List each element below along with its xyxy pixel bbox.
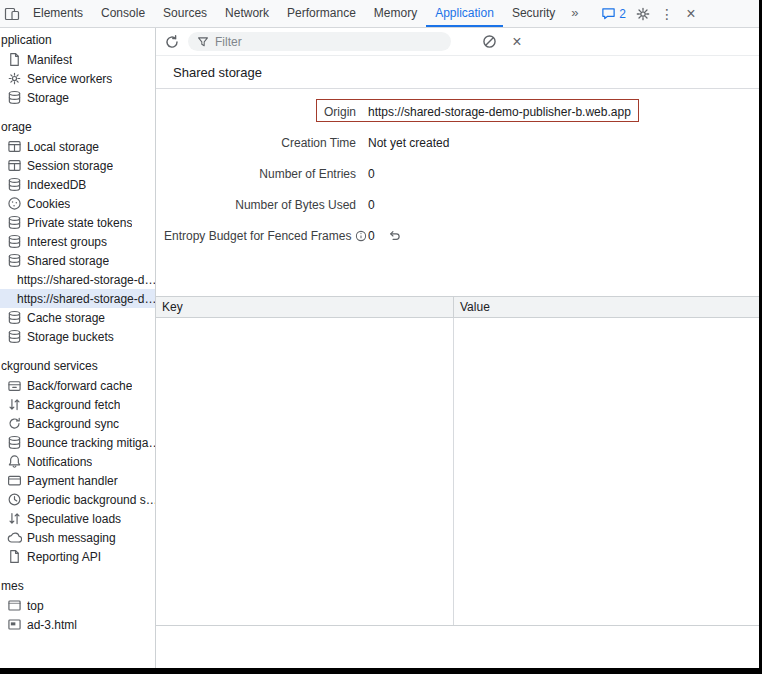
metadata-label-text: Number of Entries — [259, 167, 356, 181]
sidebar-item-label: Push messaging — [27, 531, 116, 545]
info-icon[interactable] — [355, 230, 367, 242]
sidebar-item-local-storage[interactable]: Local storage — [0, 137, 155, 156]
refresh-icon[interactable] — [160, 34, 184, 50]
tab-console[interactable]: Console — [92, 0, 154, 27]
sidebar-item-storage[interactable]: Storage — [0, 88, 155, 107]
sidebar-item-label: Reporting API — [27, 550, 101, 564]
metadata-label: Entropy Budget for Fenced Frames — [164, 229, 356, 243]
sidebar-item-private-state-tokens[interactable]: Private state tokens — [0, 213, 155, 232]
sidebar-item-background-sync[interactable]: Background sync — [0, 414, 155, 433]
sidebar-item-cookies[interactable]: Cookies — [0, 194, 155, 213]
settings-gear-icon[interactable] — [631, 0, 655, 27]
sidebar-item-bounce-tracking-mitiga[interactable]: Bounce tracking mitiga… — [0, 433, 155, 452]
database-icon — [7, 435, 22, 450]
sidebar-item-https-shared-storage-d[interactable]: https://shared-storage-d… — [0, 289, 155, 308]
filter-placeholder: Filter — [215, 35, 242, 49]
tab-performance[interactable]: Performance — [278, 0, 365, 27]
filter-funnel-icon — [197, 36, 209, 48]
database-icon — [7, 90, 22, 105]
more-tabs-button[interactable]: » — [564, 0, 585, 27]
sidebar-item-ad-3-html[interactable]: ad-3.html — [0, 615, 155, 634]
sidebar-item-reporting-api[interactable]: Reporting API — [0, 547, 155, 566]
sidebar-item-session-storage[interactable]: Session storage — [0, 156, 155, 175]
tab-network[interactable]: Network — [216, 0, 278, 27]
cache-icon — [7, 378, 22, 393]
worker-icon — [7, 71, 22, 86]
column-divider — [453, 318, 454, 625]
close-view-icon[interactable]: × — [505, 33, 529, 51]
devtools-tabbar: ElementsConsoleSourcesNetworkPerformance… — [0, 0, 759, 28]
table-header-key[interactable]: Key — [156, 297, 454, 317]
table-header-value[interactable]: Value — [454, 297, 759, 317]
metadata-label: Creation Time — [164, 136, 356, 150]
sidebar-item-payment-handler[interactable]: Payment handler — [0, 471, 155, 490]
sidebar-item-storage-buckets[interactable]: Storage buckets — [0, 327, 155, 346]
clock-icon — [7, 492, 22, 507]
tab-security[interactable]: Security — [503, 0, 564, 27]
sidebar-item-manifest[interactable]: Manifest — [0, 50, 155, 69]
sidebar-item-label: ad-3.html — [27, 618, 77, 632]
metadata-value: https://shared-storage-demo-publisher-b.… — [368, 105, 631, 119]
sidebar-section-1: orageLocal storageSession storageIndexed… — [0, 118, 155, 346]
card-icon — [7, 473, 22, 488]
filter-box[interactable]: Filter — [188, 32, 451, 51]
sidebar-item-label: Cache storage — [27, 311, 105, 325]
tabbar-spacer — [585, 0, 596, 27]
metadata-label-text: Creation Time — [281, 136, 356, 150]
metadata-value-text: 0 — [368, 198, 375, 212]
sidebar-item-service-workers[interactable]: Service workers — [0, 69, 155, 88]
sidebar-item-label: top — [27, 599, 44, 613]
sidebar-item-label: Cookies — [27, 197, 70, 211]
fetch-icon — [7, 397, 22, 412]
database-icon — [7, 215, 22, 230]
entries-table-body[interactable] — [156, 318, 759, 626]
cloud-icon — [7, 530, 22, 545]
sidebar-section-header: pplication — [0, 31, 155, 50]
metadata-row-number-of-entries: Number of Entries0 — [164, 163, 759, 184]
sidebar-item-indexeddb[interactable]: IndexedDB — [0, 175, 155, 194]
sidebar-item-label: Private state tokens — [27, 216, 132, 230]
devtools-window: ElementsConsoleSourcesNetworkPerformance… — [0, 0, 762, 674]
adframe-icon — [7, 617, 22, 632]
sidebar-item-cache-storage[interactable]: Cache storage — [0, 308, 155, 327]
sidebar-item-label: Local storage — [27, 140, 99, 154]
more-options-icon[interactable]: ⋮ — [655, 0, 679, 27]
reset-budget-icon[interactable] — [388, 229, 401, 242]
sidebar-item-background-fetch[interactable]: Background fetch — [0, 395, 155, 414]
issues-button[interactable]: 2 — [596, 0, 631, 27]
sidebar-item-shared-storage[interactable]: Shared storage — [0, 251, 155, 270]
sidebar-item-interest-groups[interactable]: Interest groups — [0, 232, 155, 251]
metadata-value-text: 0 — [368, 167, 375, 181]
fetch-icon — [7, 511, 22, 526]
metadata-value: 0 — [368, 198, 375, 212]
sidebar-item-label: Interest groups — [27, 235, 107, 249]
sidebar-item-notifications[interactable]: Notifications — [0, 452, 155, 471]
sidebar-item-speculative-loads[interactable]: Speculative loads — [0, 509, 155, 528]
sidebar-item-back-forward-cache[interactable]: Back/forward cache — [0, 376, 155, 395]
sidebar-item-label: Background fetch — [27, 398, 120, 412]
entries-table-header: KeyValue — [156, 297, 759, 318]
sidebar-item-periodic-background-s[interactable]: Periodic background s… — [0, 490, 155, 509]
database-icon — [7, 177, 22, 192]
sidebar-item-label: Speculative loads — [27, 512, 121, 526]
tab-elements[interactable]: Elements — [24, 0, 92, 27]
document-icon — [7, 52, 22, 67]
sidebar-item-push-messaging[interactable]: Push messaging — [0, 528, 155, 547]
tab-memory[interactable]: Memory — [365, 0, 426, 27]
device-toolbar-icon[interactable] — [0, 0, 24, 27]
metadata-label-text: Origin — [324, 105, 356, 119]
shared-storage-panel: Filter × Shared storage Originhttps://sh… — [156, 28, 759, 668]
bell-icon — [7, 454, 22, 469]
sidebar-section-header: mes — [0, 577, 155, 596]
metadata-row-origin: Originhttps://shared-storage-demo-publis… — [164, 101, 759, 122]
tab-application[interactable]: Application — [426, 0, 503, 27]
metadata-label: Origin — [164, 105, 356, 119]
sidebar-item-top[interactable]: top — [0, 596, 155, 615]
close-devtools-icon[interactable]: × — [679, 0, 703, 27]
sidebar-item-label: Service workers — [27, 72, 112, 86]
tab-sources[interactable]: Sources — [154, 0, 216, 27]
database-icon — [7, 329, 22, 344]
sidebar-item-label: Periodic background s… — [27, 493, 155, 507]
clear-all-icon[interactable] — [477, 34, 501, 49]
sidebar-item-https-shared-storage-d[interactable]: https://shared-storage-d… — [0, 270, 155, 289]
